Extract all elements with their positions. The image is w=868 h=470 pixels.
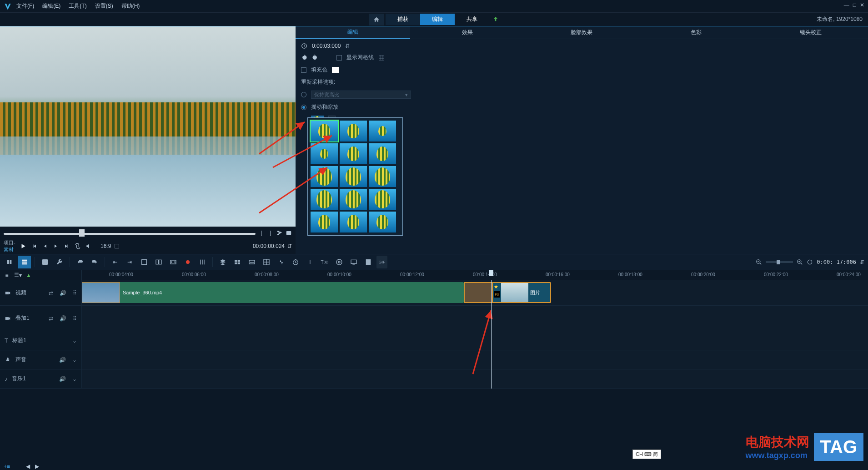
grid-icon[interactable] — [378, 55, 385, 61]
video-track-body[interactable]: Sample_360.mp4 ★ FX 图片 — [82, 280, 868, 305]
track-menu-icon[interactable]: ≡ — [4, 272, 10, 278]
mark-out-icon[interactable]: ] — [267, 230, 274, 236]
tab-share[interactable]: 共享 — [455, 14, 489, 25]
preset-cell[interactable] — [340, 166, 367, 187]
record-icon[interactable] — [181, 256, 194, 268]
mute-icon[interactable]: 🔊 — [60, 290, 66, 296]
preset-cell[interactable] — [311, 143, 338, 164]
subtitle-icon[interactable] — [246, 256, 258, 268]
settings-dots-icon[interactable]: ⠿ — [73, 315, 77, 322]
tracking-icon[interactable] — [333, 256, 346, 268]
menu-file[interactable]: 文件(F) — [16, 2, 34, 10]
home-button[interactable] — [369, 14, 384, 25]
layers-icon[interactable] — [216, 256, 229, 268]
preset-cell[interactable] — [340, 121, 367, 142]
preview-timecode[interactable]: 00:00:00:024 — [253, 243, 285, 249]
nav-prev-icon[interactable]: ◀ — [25, 463, 31, 470]
play-button[interactable] — [20, 243, 26, 249]
fill-color-swatch[interactable] — [332, 67, 339, 73]
playhead[interactable] — [491, 280, 492, 389]
tab-edit[interactable]: 编辑 — [420, 14, 455, 25]
crop-left-icon[interactable]: ⇤ — [109, 256, 121, 268]
prop-tab-lens[interactable]: 镜头校正 — [753, 26, 868, 39]
text-icon[interactable]: T — [304, 256, 316, 268]
track-list-icon[interactable]: ☰▾ — [15, 272, 21, 278]
redo-icon[interactable] — [88, 256, 101, 268]
grid-icon[interactable] — [260, 256, 273, 268]
preset-cell[interactable] — [311, 189, 338, 210]
prop-tab-effect[interactable]: 效果 — [410, 26, 525, 39]
3d-icon[interactable]: T3D — [318, 256, 331, 268]
snapshot-icon[interactable] — [286, 230, 292, 236]
goto-start-icon[interactable] — [31, 243, 37, 249]
mute-icon[interactable]: 🔊 — [59, 376, 66, 382]
close-icon[interactable]: ✕ — [860, 2, 864, 8]
prop-tab-color[interactable]: 色彩 — [639, 26, 753, 39]
tab-capture[interactable]: 捕获 — [386, 14, 420, 25]
step-back-icon[interactable] — [42, 243, 48, 249]
voice-track-body[interactable] — [82, 350, 868, 369]
upload-icon[interactable] — [492, 16, 499, 23]
zoom-slider[interactable] — [766, 261, 793, 263]
preset-cell[interactable] — [311, 121, 338, 142]
keep-aspect-radio[interactable] — [301, 92, 306, 97]
preview-mode-project[interactable]: 项目- — [4, 239, 15, 246]
wrench-icon[interactable] — [53, 256, 66, 268]
minimize-icon[interactable]: — — [844, 2, 849, 8]
menu-tools[interactable]: 工具(T) — [69, 2, 86, 10]
preset-cell[interactable] — [369, 166, 396, 187]
scissors-icon[interactable] — [276, 230, 283, 236]
duration-field[interactable]: 0:00:03:000 — [312, 43, 341, 49]
goto-end-icon[interactable] — [64, 243, 70, 249]
stepper-icon[interactable]: ⇵ — [860, 259, 864, 265]
collapse-up-icon[interactable]: ▲ — [25, 272, 32, 278]
stepper-icon[interactable]: ⇵ — [287, 243, 292, 249]
add-track-icon[interactable]: +≡ — [4, 463, 10, 470]
prop-tab-face[interactable]: 脸部效果 — [525, 26, 639, 39]
preset-cell[interactable] — [369, 143, 396, 164]
preview-scrubber[interactable] — [4, 228, 256, 238]
prop-tab-edit[interactable]: 编辑 — [296, 26, 410, 39]
volume-icon[interactable] — [85, 243, 92, 249]
split-icon[interactable] — [152, 256, 165, 268]
mixer-icon[interactable] — [196, 256, 209, 268]
menu-edit[interactable]: 编辑(E) — [42, 2, 60, 10]
timer-icon[interactable] — [289, 256, 302, 268]
preview-viewport[interactable] — [0, 26, 296, 227]
expand-icon[interactable] — [114, 243, 120, 249]
chevron-down-icon[interactable]: ⌄ — [72, 338, 77, 344]
timeline-view-icon[interactable] — [18, 256, 31, 268]
panzoom-radio[interactable] — [301, 105, 306, 110]
fit-icon[interactable] — [807, 259, 813, 265]
chapter-icon[interactable] — [362, 256, 375, 268]
preset-cell[interactable] — [369, 212, 396, 232]
preset-cell[interactable] — [340, 189, 367, 210]
resize-icon[interactable] — [167, 256, 180, 268]
timeline-ruler[interactable]: 00:00:04:0000:00:06:0000:00:08:0000:00:1… — [82, 270, 868, 280]
show-grid-checkbox[interactable] — [336, 55, 342, 61]
fill-color-checkbox[interactable] — [301, 67, 306, 73]
chevron-down-icon[interactable]: ⌄ — [72, 357, 77, 363]
preset-cell[interactable] — [340, 143, 367, 164]
loop-icon[interactable] — [75, 243, 81, 249]
chevron-down-icon[interactable]: ⌄ — [72, 376, 77, 382]
zoom-in-icon[interactable] — [797, 259, 803, 265]
crop-right-icon[interactable]: ⇥ — [123, 256, 136, 268]
rotate-ccw-icon[interactable] — [301, 55, 307, 61]
placeholder-icon[interactable] — [39, 256, 51, 268]
undo-icon[interactable] — [74, 256, 86, 268]
preset-cell[interactable] — [340, 212, 367, 232]
preview-mode-clip[interactable]: 素材- — [4, 246, 15, 253]
title-track-body[interactable] — [82, 331, 868, 350]
maximize-icon[interactable]: □ — [853, 2, 856, 8]
preset-cell[interactable] — [369, 121, 396, 142]
menu-settings[interactable]: 设置(S) — [95, 2, 113, 10]
settings-dots-icon[interactable]: ⠿ — [73, 290, 77, 296]
clip-image[interactable]: ★ FX 图片 — [492, 282, 551, 303]
menu-help[interactable]: 帮助(H) — [121, 2, 140, 10]
preset-cell[interactable] — [311, 166, 338, 187]
link-icon[interactable]: ⇄ — [49, 315, 53, 322]
timeline-timecode[interactable]: 0:00: 17:006 — [817, 259, 856, 265]
link-icon[interactable]: ⇄ — [49, 290, 53, 296]
multitrack-icon[interactable] — [231, 256, 244, 268]
